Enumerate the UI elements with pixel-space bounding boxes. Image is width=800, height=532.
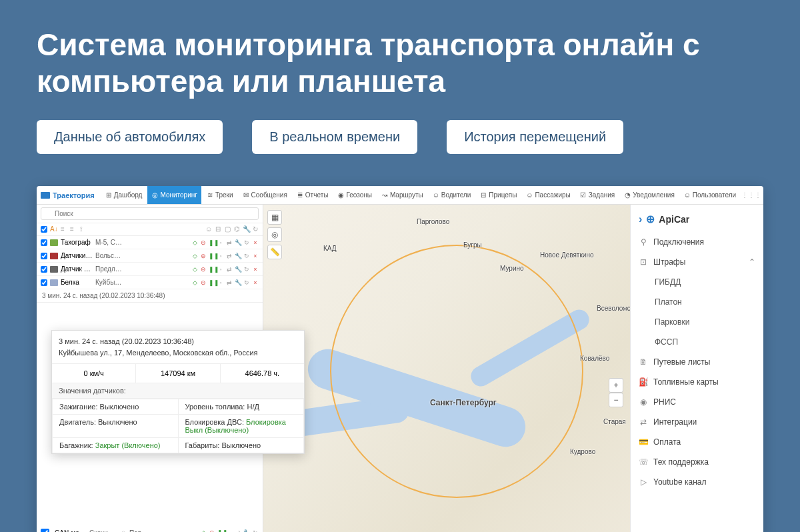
vehicle-check[interactable] — [41, 253, 47, 259]
rpanel-fssp[interactable]: ФССП — [631, 332, 763, 352]
pill-history: История перемещений — [447, 120, 623, 154]
refresh-icon[interactable]: ↻ — [243, 239, 250, 246]
vehicle-location: Вольс… — [95, 252, 123, 259]
connections-icon: ⚲ — [639, 237, 648, 247]
stop-icon[interactable]: ⊖ — [200, 239, 207, 246]
delete-icon[interactable]: × — [252, 253, 259, 259]
wrench-icon[interactable]: 🔧 — [235, 266, 241, 273]
map-label-vsevolozhsk: Всеволожск — [597, 305, 633, 312]
pause-icon[interactable]: ❚❚ — [209, 239, 215, 246]
pause-icon[interactable]: ❚❚ — [217, 529, 224, 532]
refresh-icon[interactable]: ↻ — [243, 266, 250, 273]
map-ruler-button[interactable]: 📏 — [267, 245, 282, 259]
map-canvas[interactable]: Санкт-Петербург Парголово Бугры Мурино Н… — [263, 205, 763, 532]
rpanel-youtube[interactable]: ▷Youtube канал — [631, 472, 763, 492]
nav-monitoring[interactable]: ◎Мониторинг — [147, 186, 201, 204]
rpanel-fines[interactable]: ⊡Штрафы⌃ — [631, 252, 763, 272]
col-icon-2[interactable]: ⊟ — [215, 226, 221, 233]
vehicle-driver: Пав… — [129, 529, 157, 532]
zoom-out-button[interactable]: − — [609, 393, 623, 407]
diamond-icon[interactable]: ◇ — [191, 239, 198, 246]
vehicle-row[interactable]: CAN-мод… Скочи… ☺ Пав… ◇ ⊖ ❚❚ ◦ ⇄ 🔧 ↻ — [37, 526, 263, 532]
diamond-icon[interactable]: ◇ — [191, 253, 198, 259]
conn-icon: ⇄ — [235, 529, 241, 532]
rpanel-rnis[interactable]: ◉РНИС — [631, 392, 763, 412]
vehicle-row[interactable]: Датчики … Вольс… ◇ ⊖ ❚❚ ◦ ⇄ 🔧 ↻ × — [37, 249, 263, 263]
filter-check-all[interactable] — [41, 226, 47, 233]
pause-icon[interactable]: ❚❚ — [209, 279, 215, 286]
app-logo[interactable]: Траектория — [41, 191, 95, 199]
notifications-icon: ◔ — [624, 192, 631, 199]
refresh-icon[interactable]: ↻ — [243, 253, 250, 259]
rpanel-parking[interactable]: Парковки — [631, 312, 763, 332]
diamond-icon[interactable]: ◇ — [200, 529, 207, 532]
rpanel-gibdd[interactable]: ГИБДД — [631, 272, 763, 292]
col-icon-5[interactable]: 🔧 — [243, 226, 249, 233]
nav-reports[interactable]: ≣Отчеты — [293, 186, 333, 204]
nav-passengers[interactable]: ☺Пассажиры — [522, 186, 574, 204]
col-icon-4[interactable]: ⌬ — [233, 226, 240, 233]
wrench-icon[interactable]: 🔧 — [235, 239, 241, 246]
wrench-icon[interactable]: 🔧 — [235, 253, 241, 259]
refresh-icon[interactable]: ↻ — [252, 529, 259, 532]
vehicle-row[interactable]: Белка Куйбы… ◇ ⊖ ❚❚ ◦ ⇄ 🔧 ↻ × — [37, 276, 263, 289]
refresh-icon[interactable]: ↻ — [243, 279, 250, 286]
map-label-kudrovo: Кудрово — [570, 448, 595, 455]
delete-icon[interactable]: × — [252, 239, 259, 246]
vehicle-check[interactable] — [41, 239, 47, 246]
nav-dashboard[interactable]: ⊞Дашборд — [101, 186, 147, 204]
apps-icon[interactable]: ⋮⋮⋮ — [741, 191, 761, 199]
stop-icon[interactable]: ⊖ — [209, 529, 215, 532]
rpanel-waybills[interactable]: 🗎Путевые листы — [631, 352, 763, 372]
popup-mileage: 147094 км — [136, 364, 220, 383]
zoom-in-button[interactable]: + — [609, 378, 623, 393]
pause-icon[interactable]: ❚❚ — [209, 266, 215, 273]
vehicle-check[interactable] — [41, 279, 47, 286]
rpanel-support[interactable]: ☏Тех поддержка — [631, 452, 763, 472]
rpanel-integrations[interactable]: ⇄Интеграции — [631, 412, 763, 432]
diamond-icon[interactable]: ◇ — [191, 266, 198, 273]
sort-icon[interactable]: A↓ — [50, 226, 57, 233]
wrench-icon[interactable]: 🔧 — [243, 529, 250, 532]
popup-sensors-title: Значения датчиков: — [52, 383, 304, 399]
rpanel-fuelcards[interactable]: ⛽Топливные карты — [631, 372, 763, 392]
wrench-icon[interactable]: 🔧 — [235, 279, 241, 286]
stop-icon[interactable]: ⊖ — [200, 253, 207, 259]
search-input[interactable] — [41, 207, 259, 220]
rpanel-connections[interactable]: ⚲Подключения — [631, 232, 763, 252]
diamond-icon[interactable]: ◇ — [191, 279, 198, 286]
vehicle-check[interactable] — [41, 529, 49, 532]
map-label-bugry: Бугры — [463, 241, 482, 249]
delete-icon[interactable]: × — [252, 279, 259, 286]
nav-users[interactable]: ☺Пользователи — [680, 186, 740, 204]
col-icon-1[interactable]: ☺ — [205, 226, 212, 233]
vehicle-row[interactable]: Датчик т… Предл… ◇ ⊖ ❚❚ ◦ ⇄ 🔧 ↻ × — [37, 263, 263, 276]
pause-icon[interactable]: ❚❚ — [209, 253, 215, 259]
nav-tasks[interactable]: ☑Задания — [576, 186, 619, 204]
filter-icon-2[interactable]: ≡ — [69, 226, 75, 233]
delete-icon[interactable]: × — [252, 266, 259, 273]
nav-tracks[interactable]: ≋Треки — [203, 186, 237, 204]
nav-trailers[interactable]: ⊟Прицепы — [476, 186, 521, 204]
map-layers-button[interactable]: ▦ — [267, 210, 282, 225]
nav-messages[interactable]: ✉Сообщения — [239, 186, 291, 204]
dashboard-icon: ⊞ — [105, 192, 112, 199]
filter-icon-1[interactable]: ≡ — [59, 226, 66, 233]
vehicle-row[interactable]: Тахограф М-5, С… ◇ ⊖ ❚❚ ◦ ⇄ 🔧 ↻ × — [37, 236, 263, 249]
col-icon-3[interactable]: ▢ — [224, 226, 231, 233]
rpanel-platon[interactable]: Платон — [631, 292, 763, 312]
stop-icon[interactable]: ⊖ — [200, 279, 207, 286]
nav-drivers[interactable]: ☺Водители — [429, 186, 475, 204]
vehicle-check[interactable] — [41, 266, 47, 273]
pin-icon[interactable]: ⟟ — [78, 226, 85, 233]
chevron-right-icon[interactable]: › — [639, 213, 642, 225]
nav-routes[interactable]: ↝Маршруты — [377, 186, 427, 204]
rpanel-payment[interactable]: 💳Оплата — [631, 432, 763, 452]
col-icon-6[interactable]: ↻ — [252, 226, 259, 233]
map-label-devyatkino: Новое Девяткино — [540, 251, 593, 259]
nav-geozones[interactable]: ◉Геозоны — [333, 186, 376, 204]
nav-notifications[interactable]: ◔Уведомления — [620, 186, 679, 204]
stop-icon[interactable]: ⊖ — [200, 266, 207, 273]
map-target-button[interactable]: ◎ — [267, 227, 282, 242]
driver-icon: ☺ — [120, 529, 127, 532]
